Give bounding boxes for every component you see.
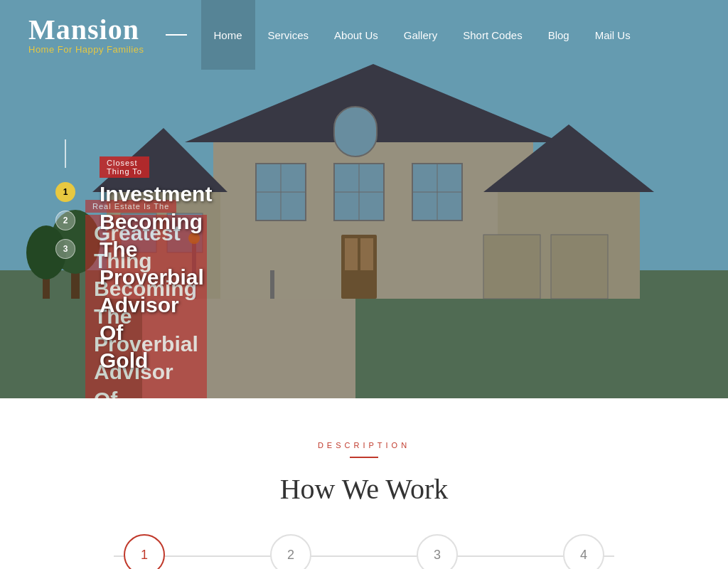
step-3[interactable]: 3	[417, 534, 458, 569]
slide-2-content: ClosestThing To InvestmentBecomingThePro…	[100, 156, 212, 374]
logo: Mansion Home For Happy Families	[28, 16, 144, 55]
steps-row: 1 2 3 4	[28, 534, 700, 569]
desc-label: DESCRIPTION	[28, 441, 700, 450]
side-nav-line	[65, 139, 66, 168]
step-2[interactable]: 2	[270, 534, 311, 569]
slide-dot-2[interactable]: 2	[55, 211, 75, 230]
step-1[interactable]: 1	[124, 534, 165, 569]
slide-dot-3[interactable]: 3	[55, 239, 75, 259]
nav-services[interactable]: Services	[255, 0, 322, 70]
nav-shortcodes[interactable]: Short Codes	[450, 0, 535, 70]
nav-blog[interactable]: Blog	[535, 0, 582, 70]
nav-about[interactable]: About Us	[321, 0, 391, 70]
desc-divider	[350, 457, 378, 458]
desc-title: How We Work	[28, 472, 700, 506]
description-section: DESCRIPTION How We Work 1 2 3 4	[0, 398, 728, 569]
slide-dot-1[interactable]: 1	[55, 182, 75, 202]
slide-2-tag: ClosestThing To	[100, 156, 149, 178]
step-4[interactable]: 4	[563, 534, 604, 569]
nav-home[interactable]: Home	[201, 0, 255, 70]
nav-mailUs[interactable]: Mail Us	[582, 0, 643, 70]
slide-2-title: InvestmentBecomingTheProverbialAdvisorOf…	[100, 180, 212, 374]
nav-divider	[166, 34, 187, 36]
logo-subtitle: Home For Happy Families	[28, 44, 144, 55]
header: Mansion Home For Happy Families Home Ser…	[0, 0, 728, 70]
main-nav: Home Services About Us Gallery Short Cod…	[201, 0, 643, 70]
nav-gallery[interactable]: Gallery	[391, 0, 451, 70]
logo-title: Mansion	[28, 16, 144, 44]
side-navigation: 1 2 3	[55, 139, 75, 259]
